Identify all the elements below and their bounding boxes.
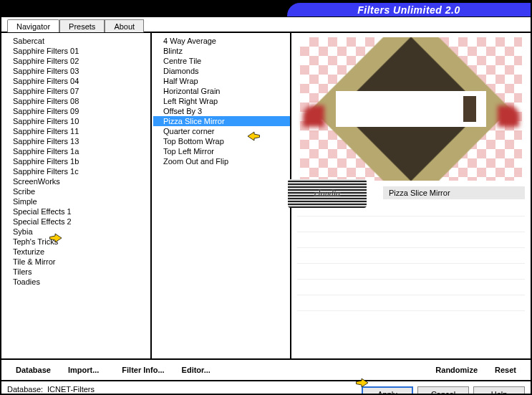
- title-bar-branding: Filters Unlimited 2.0: [287, 3, 531, 16]
- category-pane: SabercatSapphire Filters 01Sapphire Filt…: [1, 33, 152, 358]
- cancel-button[interactable]: Cancel: [417, 386, 469, 395]
- filter-item[interactable]: Centre Tile: [153, 56, 290, 66]
- database-button[interactable]: Database: [7, 363, 59, 377]
- filter-item[interactable]: Top Left Mirror: [153, 146, 290, 156]
- filter-item[interactable]: Half Wrap: [153, 76, 290, 86]
- filter-item[interactable]: Offset By 3: [153, 106, 290, 116]
- apply-button[interactable]: Apply: [362, 386, 413, 395]
- toolbar: Database Import... Filter Info... Editor…: [1, 358, 531, 380]
- watermark-overlay: claudia: [288, 179, 367, 208]
- filter-item[interactable]: Zoom Out and Flip: [153, 156, 290, 166]
- preview-image: [300, 37, 522, 181]
- category-item[interactable]: Sapphire Filters 10: [3, 116, 150, 126]
- category-item[interactable]: Sapphire Filters 07: [3, 86, 150, 96]
- category-item[interactable]: Sapphire Filters 1b: [3, 156, 150, 166]
- parameter-row: [297, 216, 525, 232]
- watermark-text: claudia: [314, 189, 340, 199]
- filter-item[interactable]: Diamonds: [153, 66, 290, 76]
- category-item[interactable]: Sapphire Filters 08: [3, 96, 150, 106]
- category-item[interactable]: Sapphire Filters 1c: [3, 166, 150, 176]
- category-item[interactable]: Sapphire Filters 04: [3, 76, 150, 86]
- category-item[interactable]: Sapphire Filters 09: [3, 106, 150, 116]
- filter-item[interactable]: Left Right Wrap: [153, 96, 290, 106]
- database-label: Database:: [7, 384, 47, 394]
- category-item[interactable]: Sybia: [3, 227, 150, 237]
- filter-pane: 4 Way AverageBlintzCentre TileDiamondsHa…: [152, 33, 291, 358]
- category-item[interactable]: Sapphire Filters 11: [3, 126, 150, 136]
- category-item[interactable]: Sapphire Filters 1a: [3, 146, 150, 156]
- reset-button[interactable]: Reset: [486, 363, 525, 377]
- parameter-row: [297, 232, 525, 248]
- parameter-row: [297, 295, 525, 311]
- filter-item[interactable]: Blintz: [153, 46, 290, 56]
- tab-presets[interactable]: Presets: [59, 19, 105, 32]
- category-item[interactable]: Special Effects 2: [3, 216, 150, 227]
- tab-about[interactable]: About: [105, 19, 144, 32]
- filter-item[interactable]: 4 Way Average: [153, 36, 290, 46]
- editor-button[interactable]: Editor...: [173, 363, 219, 377]
- filter-list[interactable]: 4 Way AverageBlintzCentre TileDiamondsHa…: [153, 36, 290, 354]
- filter-item[interactable]: Pizza Slice Mirror: [153, 116, 290, 126]
- filter-item[interactable]: Top Bottom Wrap: [153, 136, 290, 146]
- category-item[interactable]: Teph's Tricks: [3, 237, 150, 247]
- randomize-button[interactable]: Randomize: [427, 363, 486, 377]
- filter-info-button[interactable]: Filter Info...: [113, 363, 173, 377]
- category-item[interactable]: Tilers: [3, 267, 150, 277]
- parameter-row: [297, 248, 525, 264]
- category-list[interactable]: SabercatSapphire Filters 01Sapphire Filt…: [3, 36, 150, 354]
- help-button[interactable]: Help: [473, 386, 525, 395]
- category-item[interactable]: Special Effects 1: [3, 206, 150, 216]
- main-panel: SabercatSapphire Filters 01Sapphire Filt…: [1, 33, 531, 358]
- category-item[interactable]: Sapphire Filters 03: [3, 66, 150, 76]
- category-item[interactable]: Sapphire Filters 02: [3, 56, 150, 66]
- parameter-row: [297, 280, 525, 295]
- category-item[interactable]: Toadies: [3, 277, 150, 287]
- filter-item[interactable]: Quarter corner: [153, 126, 290, 136]
- import-button[interactable]: Import...: [59, 363, 107, 377]
- parameter-row: [297, 264, 525, 280]
- status-info: Database:ICNET-Filters Filters:4648: [7, 384, 95, 395]
- tab-strip: Navigator Presets About: [1, 17, 531, 33]
- category-item[interactable]: Simple: [3, 196, 150, 206]
- selected-filter-name: Pizza Slice Mirror: [383, 186, 525, 199]
- status-bar: Database:ICNET-Filters Filters:4648 Appl…: [1, 380, 531, 395]
- category-item[interactable]: Tile & Mirror: [3, 257, 150, 267]
- category-item[interactable]: Sabercat: [3, 36, 150, 46]
- category-item[interactable]: Sapphire Filters 01: [3, 46, 150, 56]
- category-item[interactable]: Texturize: [3, 247, 150, 257]
- database-value: ICNET-Filters: [47, 385, 95, 394]
- category-item[interactable]: ScreenWorks: [3, 176, 150, 186]
- app-title: Filters Unlimited 2.0: [357, 4, 460, 16]
- category-item[interactable]: Sapphire Filters 13: [3, 136, 150, 146]
- category-item[interactable]: Scribe: [3, 186, 150, 196]
- tab-navigator[interactable]: Navigator: [7, 19, 59, 32]
- parameter-area: [297, 201, 525, 315]
- filter-item[interactable]: Horizontal Grain: [153, 86, 290, 96]
- title-bar: Filters Unlimited 2.0: [1, 1, 531, 17]
